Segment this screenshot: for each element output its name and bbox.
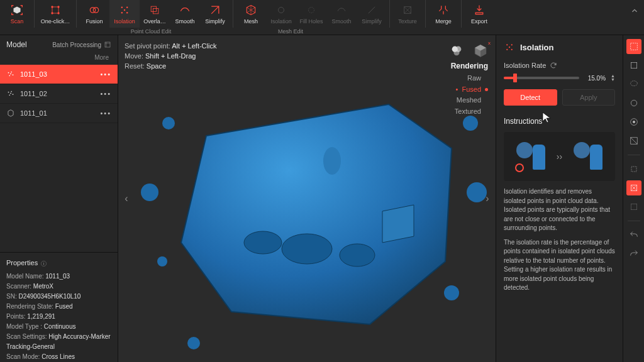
svg-point-43 [453, 50, 459, 55]
smooth-icon [178, 3, 192, 17]
svg-point-48 [511, 44, 513, 45]
scan-icon [10, 3, 24, 17]
simplify-pc-button[interactable]: Simplify [200, 0, 230, 28]
svg-rect-11 [151, 6, 156, 11]
instructions-heading: Instructions [504, 117, 615, 126]
model-more-button[interactable]: More [0, 54, 118, 65]
mesh-icon [6, 109, 15, 118]
rail-lasso[interactable] [626, 77, 641, 92]
scanned-model-render [118, 35, 496, 362]
rail-brush[interactable] [626, 96, 641, 111]
view-cube[interactable]: x [473, 43, 488, 58]
smooth-pc-button[interactable]: Smooth [170, 0, 200, 28]
svg-point-7 [126, 7, 128, 9]
slider-thumb[interactable] [513, 74, 517, 82]
svg-point-55 [631, 100, 636, 106]
scan-label: Scan [11, 18, 24, 25]
model-item-menu-button[interactable]: ••• [100, 109, 111, 117]
svg-point-35 [141, 184, 158, 201]
group-label-pointcloud: Point Cloud Edit [94, 28, 208, 35]
mesh-simplify-label: Simplify [362, 18, 382, 25]
overlap-label: Overla… [143, 18, 166, 25]
isolation-button[interactable]: Isolation [109, 0, 140, 28]
svg-point-50 [511, 49, 513, 50]
fill-holes-button: Fill Holes [296, 0, 326, 28]
rail-select-rect[interactable] [626, 39, 641, 54]
svg-point-38 [444, 285, 459, 300]
merge-button[interactable]: Merge [428, 0, 458, 28]
svg-point-39 [187, 337, 200, 349]
rail-select-box[interactable] [626, 58, 641, 73]
main-toolbar: Scan One-click… Fusion Isolation [0, 0, 644, 35]
viewport-prev-button[interactable]: ‹ [121, 186, 132, 211]
mesh-button[interactable]: Mesh [236, 0, 266, 28]
isolation-rate-label: Isolation Rate [504, 62, 546, 69]
rail-delete-selected[interactable] [626, 180, 641, 195]
svg-point-13 [279, 8, 284, 13]
overlap-button[interactable]: Overla… [140, 0, 170, 28]
svg-point-19 [13, 74, 14, 75]
svg-point-36 [463, 116, 478, 131]
group-label-meshedit: Mesh Edit [234, 28, 347, 35]
model-item-1011-02[interactable]: 1011_02 ••• [0, 84, 118, 104]
pointcloud-icon [6, 70, 15, 79]
texture-icon [401, 3, 414, 17]
model-item-label: 1011_03 [20, 70, 47, 78]
viewport-next-button[interactable]: › [482, 186, 493, 211]
instructions-text: Isolation identifies and removes isolate… [504, 187, 615, 298]
batch-label: Batch Processing [52, 41, 101, 48]
fill-holes-label: Fill Holes [299, 18, 323, 25]
rail-contrast[interactable] [626, 133, 641, 148]
model-item-1011-03[interactable]: 1011_03 ••• [0, 65, 118, 84]
toolbar-collapse-button[interactable] [630, 6, 639, 15]
detect-button[interactable]: Detect [504, 89, 557, 106]
model-item-menu-button[interactable]: ••• [100, 70, 111, 78]
properties-title: Properties [6, 258, 111, 269]
rate-stepper[interactable]: ▲▼ [611, 74, 615, 82]
merge-icon [436, 3, 450, 17]
rail-invert[interactable] [626, 114, 641, 129]
rendering-title: Rendering [449, 62, 488, 70]
svg-rect-53 [631, 62, 636, 68]
batch-processing-button[interactable]: Batch Processing [52, 41, 111, 48]
rail-redo[interactable] [626, 246, 641, 261]
reset-rate-button[interactable] [550, 62, 557, 69]
svg-point-9 [126, 12, 128, 14]
fusion-button[interactable]: Fusion [79, 0, 109, 28]
properties-panel: Properties Model Name: 1011_03 Scanner: … [0, 252, 118, 362]
model-item-menu-button[interactable]: ••• [100, 90, 111, 97]
shading-toggle-button[interactable] [449, 43, 464, 58]
svg-marker-28 [181, 104, 452, 324]
oneclick-button[interactable]: One-click… [37, 0, 74, 28]
rail-clip[interactable] [626, 162, 641, 177]
export-button[interactable]: Export [464, 0, 494, 28]
svg-rect-60 [631, 204, 636, 209]
rail-keep-selected[interactable] [626, 199, 641, 214]
rail-undo[interactable] [626, 228, 641, 243]
svg-point-20 [9, 75, 10, 76]
info-icon [40, 260, 47, 267]
svg-point-51 [509, 47, 510, 48]
mesh-smooth-icon [335, 3, 348, 17]
mesh-isolation-label: Isolation [270, 18, 292, 25]
simplify-pc-label: Simplify [205, 18, 225, 25]
scan-button[interactable]: Scan [3, 0, 31, 28]
render-mode-meshed[interactable]: Meshed [449, 95, 488, 106]
render-mode-fused[interactable]: •Fused [449, 84, 488, 96]
viewport-3d[interactable]: Set pivot point: Alt + Left-Click Move: … [118, 35, 496, 362]
smooth-pc-label: Smooth [175, 18, 194, 25]
svg-point-31 [244, 231, 282, 254]
mesh-simplify-button: Simplify [357, 0, 387, 28]
svg-point-33 [323, 147, 341, 175]
instructions-illustration: ›› [504, 132, 615, 181]
mesh-isolation-button: Isolation [266, 0, 296, 28]
model-item-1011-01[interactable]: 1011_01 ••• [0, 104, 118, 123]
texture-label: Texture [398, 18, 417, 25]
svg-rect-58 [631, 167, 636, 172]
mesh-label: Mesh [244, 18, 258, 25]
render-mode-textured[interactable]: Textured [449, 106, 488, 118]
isolation-rate-slider[interactable] [504, 77, 579, 79]
svg-point-26 [10, 93, 11, 94]
simplify-icon [208, 3, 222, 17]
render-mode-raw[interactable]: Raw [449, 73, 488, 84]
